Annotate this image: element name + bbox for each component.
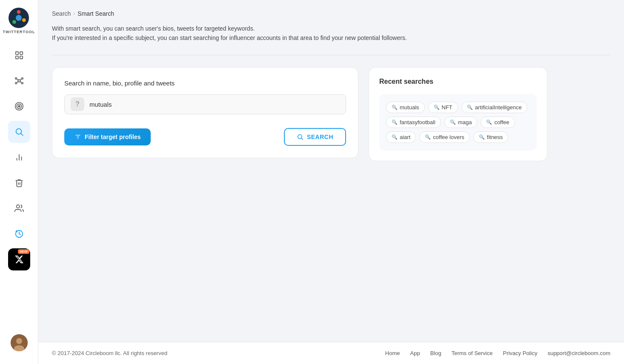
sidebar-item-network[interactable] [8,70,30,92]
tag-label: maga [458,119,472,125]
tag-search-icon: 🔍 [392,119,398,125]
search-button-icon [297,134,303,140]
svg-line-22 [21,134,23,136]
svg-point-2 [22,18,26,22]
svg-point-12 [15,82,17,84]
question-mark-icon: ? [71,97,84,111]
tag-artificialintelligence[interactable]: 🔍 artificialIntelligence [461,102,527,113]
footer: © 2017-2024 Circleboom llc. All rights r… [38,342,624,364]
sidebar-item-refresh-analytics[interactable] [8,223,30,245]
tag-maga[interactable]: 🔍 maga [444,117,478,128]
description-line2: If you're interested in a specific subje… [52,33,610,43]
svg-rect-6 [20,52,22,54]
breadcrumb-current: Smart Search [77,10,114,17]
tag-label: mutuals [400,104,419,111]
two-col-layout: Search in name, bio, profile and tweets … [52,67,610,161]
tag-fitness[interactable]: 🔍 fitness [473,131,509,143]
main-content: Search › Smart Search With smart search,… [38,0,624,364]
search-button-label: SEARCH [307,134,333,140]
tag-nft[interactable]: 🔍 NFT [428,102,458,113]
svg-point-21 [16,129,21,134]
svg-point-1 [17,10,21,14]
footer-link-blog[interactable]: Blog [430,350,441,356]
tag-search-icon: 🔍 [425,134,431,140]
search-card-title: Search in name, bio, profile and tweets [64,80,346,87]
svg-point-29 [16,338,22,344]
sidebar: TWITTERTOOL [0,0,38,364]
recent-searches-card: Recent searches 🔍 mutuals 🔍 NFT 🔍 [369,67,547,161]
footer-link-terms[interactable]: Terms of Service [452,350,493,356]
search-button[interactable]: SEARCH [284,128,346,146]
svg-point-13 [21,82,23,84]
search-input[interactable] [89,95,340,114]
recent-tags-row-2: 🔍 fantasyfootball 🔍 maga 🔍 coffee [386,117,530,128]
breadcrumb: Search › Smart Search [52,10,610,17]
logo-container: TWITTERTOOL [3,0,35,40]
recent-tags-container: 🔍 mutuals 🔍 NFT 🔍 artificialIntelligence [379,94,537,151]
sidebar-item-dashboard[interactable] [8,44,30,66]
tag-mutuals[interactable]: 🔍 mutuals [386,102,425,113]
tag-label: artificialIntelligence [475,104,522,111]
brand-label: TWITTERTOOL [3,30,35,34]
tag-search-icon: 🔍 [486,119,492,125]
recent-searches-title: Recent searches [379,78,537,85]
svg-point-3 [13,20,17,24]
description-block: With smart search, you can search user's… [52,24,610,43]
tag-aiart[interactable]: 🔍 aiart [386,131,416,143]
search-actions: Filter target profiles SEARCH [64,128,346,146]
svg-line-17 [20,81,21,83]
svg-point-34 [298,134,302,138]
recent-tags-row-1: 🔍 mutuals 🔍 NFT 🔍 artificialIntelligence [386,102,530,113]
svg-rect-5 [15,52,18,54]
svg-rect-7 [15,56,18,59]
tag-search-icon: 🔍 [479,134,485,140]
tag-label: fitness [487,134,503,140]
sidebar-item-analytics[interactable] [8,146,30,168]
tag-label: aiart [400,134,410,140]
sidebar-item-delete[interactable] [8,172,30,194]
footer-copyright: © 2017-2024 Circleboom llc. All rights r… [52,350,167,356]
svg-point-11 [21,78,23,80]
footer-link-privacy[interactable]: Privacy Policy [503,350,537,356]
svg-line-35 [301,138,303,140]
tag-search-icon: 🔍 [434,105,440,110]
svg-point-10 [15,78,17,80]
svg-line-16 [17,81,18,83]
svg-point-26 [16,205,19,208]
divider [52,55,610,55]
filter-button[interactable]: Filter target profiles [64,128,151,145]
breadcrumb-root[interactable]: Search [52,10,71,17]
content-area: Search › Smart Search With smart search,… [38,0,624,342]
footer-link-home[interactable]: Home [385,350,400,356]
new-badge: NEW [18,249,29,254]
svg-point-4 [16,15,22,21]
tag-label: fantasyfootball [400,119,435,125]
footer-links: Home App Blog Terms of Service Privacy P… [385,350,610,356]
x-button-wrapper: NEW [8,248,30,270]
tag-search-icon: 🔍 [392,134,398,140]
svg-rect-8 [20,56,22,59]
tag-coffee-lovers[interactable]: 🔍 coffee lovers [419,131,469,143]
svg-point-20 [18,105,20,107]
tag-search-icon: 🔍 [450,119,456,125]
tag-label: coffee [494,119,509,125]
tag-label: coffee lovers [433,134,464,140]
search-input-wrapper: ? [64,94,346,114]
breadcrumb-separator: › [73,11,75,17]
tag-coffee[interactable]: 🔍 coffee [481,117,515,128]
recent-tags-row-3: 🔍 aiart 🔍 coffee lovers 🔍 fitness [386,131,530,143]
sidebar-item-search[interactable] [8,121,30,143]
footer-link-app[interactable]: App [410,350,420,356]
tag-fantasyfootball[interactable]: 🔍 fantasyfootball [386,117,441,128]
filter-icon [74,134,81,140]
sidebar-item-people[interactable] [8,197,30,219]
sidebar-item-target[interactable] [8,95,30,117]
logo-circle [9,8,29,28]
tag-search-icon: 🔍 [392,105,398,110]
description-line1: With smart search, you can search user's… [52,24,610,33]
avatar[interactable] [11,334,28,351]
sidebar-avatar[interactable] [11,334,28,351]
filter-button-label: Filter target profiles [85,134,140,140]
tag-search-icon: 🔍 [467,105,473,110]
footer-link-email[interactable]: support@circleboom.com [547,350,610,356]
